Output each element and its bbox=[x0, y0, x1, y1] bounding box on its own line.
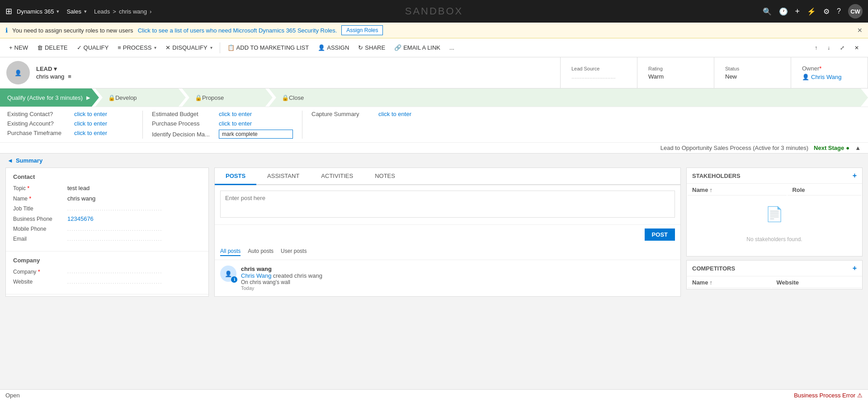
brand-name: Dynamics 365 bbox=[17, 8, 54, 15]
next-stage-button[interactable]: Next Stage ● bbox=[814, 145, 849, 151]
notif-link[interactable]: Click to see a list of users who need Mi… bbox=[138, 27, 337, 34]
filter-auto-posts[interactable]: Auto posts bbox=[248, 248, 274, 256]
competitors-header: COMPETITORS + bbox=[687, 261, 862, 276]
process-row-timeframe: Purchase Timeframe click to enter bbox=[7, 130, 133, 136]
stage-propose[interactable]: 🔒 Propose bbox=[182, 89, 273, 107]
bizphone-value[interactable]: 12345676 bbox=[67, 215, 94, 222]
post-wall-text: On chris wang's wall bbox=[241, 279, 675, 285]
post-creator-link[interactable]: Chris Wang bbox=[241, 272, 271, 279]
topic-value[interactable]: test lead bbox=[67, 185, 90, 191]
business-process-error[interactable]: Business Process Error ⚠ bbox=[794, 392, 863, 399]
process-account-link[interactable]: click to enter bbox=[74, 120, 107, 127]
share-icon: ↻ bbox=[358, 44, 363, 51]
breadcrumb: Leads > chris wang › bbox=[94, 8, 152, 15]
filter-user-posts[interactable]: User posts bbox=[281, 248, 307, 256]
disqualify-button[interactable]: ✕ DISQUALIFY bbox=[162, 42, 216, 53]
add-competitor-button[interactable]: + bbox=[853, 264, 857, 272]
assign-roles-button[interactable]: Assign Roles bbox=[341, 25, 383, 35]
user-avatar[interactable]: CW bbox=[848, 4, 863, 19]
module-selector[interactable]: Sales ▾ bbox=[66, 8, 87, 15]
stakeholders-section: Stakeholders + Name ↑ Role bbox=[686, 168, 863, 256]
website-label: Website bbox=[13, 279, 67, 285]
qualify-button[interactable]: ✓ QUALIFY bbox=[73, 42, 113, 53]
close-notification-icon[interactable]: ✕ bbox=[857, 27, 863, 34]
status-field: Status New bbox=[714, 57, 791, 88]
process-budget-link[interactable]: click to enter bbox=[219, 111, 252, 117]
process-decision-input[interactable] bbox=[219, 130, 293, 139]
process-capture-link[interactable]: click to enter bbox=[378, 111, 411, 117]
form-row-company: Company * ..............................… bbox=[13, 268, 201, 275]
process-timeframe-link[interactable]: click to enter bbox=[74, 130, 107, 136]
assign-button[interactable]: 👤 ASSIGN bbox=[314, 42, 353, 53]
mobile-label: Mobile Phone bbox=[13, 226, 67, 232]
post-button[interactable]: POST bbox=[645, 228, 675, 241]
summary-body: Contact Topic * test lead Name * chris w… bbox=[0, 168, 868, 302]
lead-source-label: Lead Source bbox=[571, 66, 626, 71]
top-nav-right: 🔍 🕐 + ⚡ ⚙ ? CW bbox=[763, 4, 863, 19]
lead-avatar: 👤 bbox=[6, 61, 30, 84]
tab-activities[interactable]: ACTIVITIES bbox=[310, 168, 364, 185]
app-grid-icon[interactable]: ⊞ bbox=[5, 6, 12, 16]
search-icon[interactable]: 🔍 bbox=[763, 7, 772, 16]
close-record-button[interactable]: ✕ bbox=[851, 43, 863, 53]
rating-value[interactable]: Warm bbox=[648, 73, 703, 80]
lead-menu-icon[interactable]: ≡ bbox=[68, 73, 71, 80]
post-input-area bbox=[215, 185, 680, 225]
delete-button[interactable]: 🗑 DELETE bbox=[33, 42, 71, 53]
collapse-process-button[interactable]: ▲ bbox=[855, 145, 861, 151]
brand-chevron[interactable]: ▾ bbox=[57, 9, 59, 14]
tab-notes[interactable]: NOTES bbox=[364, 168, 406, 185]
owner-value[interactable]: 👤 Chris Wang bbox=[802, 74, 857, 80]
tab-assistant[interactable]: ASSISTANT bbox=[256, 168, 310, 185]
stage-develop[interactable]: 🔒 Develop bbox=[95, 89, 186, 107]
new-button[interactable]: + NEW bbox=[5, 42, 32, 53]
post-text-input[interactable] bbox=[220, 191, 675, 218]
process-row-contact: Existing Contact? click to enter bbox=[7, 111, 133, 117]
post-info-badge: ℹ bbox=[231, 276, 237, 283]
toolbar: + NEW 🗑 DELETE ✓ QUALIFY ≡ PROCESS ✕ DIS… bbox=[0, 38, 868, 57]
add-stakeholder-button[interactable]: + bbox=[853, 172, 857, 180]
process-button[interactable]: ≡ PROCESS bbox=[114, 42, 160, 53]
breadcrumb-leads[interactable]: Leads bbox=[94, 8, 110, 15]
move-up-button[interactable]: ↑ bbox=[811, 43, 821, 53]
name-sort-icon[interactable]: ↑ bbox=[709, 187, 712, 193]
lead-badge-chevron[interactable]: ▾ bbox=[54, 65, 57, 72]
jobtitle-value[interactable]: ........................................… bbox=[67, 206, 162, 211]
lead-badge: LEAD ▾ bbox=[36, 65, 560, 72]
more-button[interactable]: ... bbox=[446, 42, 458, 53]
post-content: chris wang Chris Wang created chris wang… bbox=[241, 266, 675, 291]
status-value[interactable]: New bbox=[725, 73, 780, 80]
rating-field: Rating Warm bbox=[637, 57, 714, 88]
website-value[interactable]: ........................................… bbox=[67, 280, 162, 284]
stage-close[interactable]: 🔒 Close bbox=[269, 89, 868, 107]
process-footer-text: Lead to Opportunity Sales Process (Activ… bbox=[660, 145, 808, 151]
mobile-value[interactable]: ........................................… bbox=[67, 227, 162, 232]
company-value[interactable]: ........................................… bbox=[67, 269, 162, 274]
expand-button[interactable]: ⤢ bbox=[836, 43, 848, 53]
process-contact-link[interactable]: click to enter bbox=[74, 111, 107, 117]
topic-label: Topic * bbox=[13, 185, 67, 191]
process-col-1: Existing Contact? click to enter Existin… bbox=[7, 111, 143, 139]
filter-all-posts[interactable]: All posts bbox=[220, 248, 241, 256]
name-value[interactable]: chris wang bbox=[67, 195, 95, 202]
email-link-button[interactable]: 🔗 EMAIL A LINK bbox=[391, 42, 444, 53]
brand[interactable]: Dynamics 365 ▾ bbox=[17, 8, 59, 15]
company-section-title: Company bbox=[13, 257, 201, 264]
email-value[interactable]: ........................................… bbox=[67, 237, 162, 242]
status-bar: Open Business Process Error ⚠ bbox=[0, 389, 868, 401]
filter-icon[interactable]: ⚡ bbox=[807, 7, 816, 16]
history-icon[interactable]: 🕐 bbox=[779, 7, 788, 16]
process-row-account: Existing Account? click to enter bbox=[7, 120, 133, 127]
tab-posts[interactable]: POSTS bbox=[215, 168, 256, 185]
help-icon[interactable]: ? bbox=[837, 7, 841, 15]
process-row-purchase: Purchase Process click to enter bbox=[152, 120, 293, 127]
new-record-icon[interactable]: + bbox=[795, 7, 800, 16]
process-purchase-link[interactable]: click to enter bbox=[219, 120, 252, 127]
add-to-list-button[interactable]: 📋 ADD TO MARKETING LIST bbox=[224, 42, 313, 53]
stage-qualify[interactable]: Qualify (Active for 3 minutes) ▶ bbox=[0, 89, 99, 107]
share-button[interactable]: ↻ SHARE bbox=[354, 42, 389, 53]
move-down-button[interactable]: ↓ bbox=[824, 43, 834, 53]
settings-icon[interactable]: ⚙ bbox=[823, 7, 830, 16]
comp-name-sort-icon[interactable]: ↑ bbox=[709, 279, 712, 286]
lead-source-value[interactable]: ........................... bbox=[571, 73, 626, 80]
